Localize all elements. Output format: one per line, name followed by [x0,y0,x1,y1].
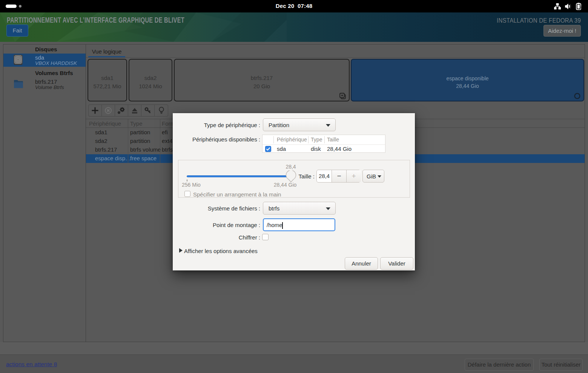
sidebar-item-title: sda [35,54,44,61]
size-unit-dropdown[interactable]: GiB [362,170,384,183]
mountpoint-label: Point de montage : [173,222,260,228]
partition-box-free-space[interactable]: espace disponible 28,44 Gio [351,59,584,101]
minus-icon: − [337,172,341,180]
size-input[interactable]: 28,4 [317,170,332,182]
size-label: Taille : [294,173,315,180]
sidebar-item-title: btrfs.217 [35,78,57,85]
grid-line [128,128,128,163]
gnome-top-bar: Dec 20 07:48 [0,0,588,12]
folder-icon [14,79,23,89]
sidebar-item-btrfs217[interactable]: btrfs.217 Volume Btrfs [3,77,86,91]
device-sda-checkbox[interactable] [265,146,271,152]
eject-icon [131,107,138,114]
av-cell-type: disk [311,146,321,152]
slider-min-label: 256 Mio [182,182,201,188]
window-bottom-strip [0,342,588,355]
size-decrease-button[interactable]: − [332,170,346,182]
plus-icon: + [352,172,356,180]
add-button[interactable] [89,105,102,116]
manual-layout-label: Spécifier un arrangement à la main [193,191,281,198]
partition-box-btrfs217[interactable]: btrfs.217 20 Gio [174,59,350,101]
info-button[interactable] [155,105,168,116]
filesystem-dropdown[interactable]: btrfs [263,202,336,215]
column-separator [160,119,160,128]
device-type-label: Type de périphérique : [173,122,260,128]
check-icon [266,147,270,151]
size-increase-button[interactable]: + [346,170,361,182]
footer-bar: actions en attente 8 Défaire la dernière… [0,355,588,373]
device-sidebar: Disques sda VBOX HARDDISK Volumes Btrfs [3,44,86,342]
slider-min-tick [187,180,187,181]
filesystem-label: Système de fichiers : [173,205,260,212]
delete-button[interactable] [102,105,115,116]
advanced-options-expander[interactable]: Afficher les options avancées [184,248,258,254]
mountpoint-input[interactable]: /home [263,218,335,231]
add-partition-dialog: Type de périphérique : Partition Périphé… [173,113,415,270]
edit-gears-icon [117,106,126,115]
text-caret [282,222,283,229]
free-space-icon [574,93,580,99]
chevron-down-icon [378,175,381,178]
sidebar-item-sda[interactable]: sda VBOX HARDDISK [3,54,86,67]
sidebar-item-subtitle: VBOX HARDDISK [35,60,77,66]
av-cell-device: sda [277,146,286,152]
av-cell-size: 28,44 Gio [327,146,352,152]
key-icon [144,107,152,114]
lightbulb-icon [158,106,165,115]
device-type-dropdown[interactable]: Partition [263,118,336,131]
slider-max-label: 28,44 Gio [270,182,300,188]
slider-value-label: 28,4 [279,164,302,170]
encrypt-checkbox[interactable] [262,234,269,240]
sidebar-item-subtitle: Volume Btrfs [35,84,64,90]
manual-layout-checkbox[interactable] [184,191,190,197]
encrypt-label: Chiffrer : [173,234,260,241]
add-icon [91,107,99,114]
help-button[interactable]: Aidez-moi ! [543,25,581,37]
column-header-device[interactable]: Périphérique [89,120,121,127]
screen: Dec 20 07:48 [0,0,588,373]
av-column-type: Type [311,137,322,143]
expander-triangle-icon[interactable] [179,248,183,253]
partition-box-sda2[interactable]: sda2 1024 Mio [129,59,172,101]
partition-toolbar [88,104,168,117]
av-column-device: Périphérique [277,137,307,143]
delete-icon [104,107,112,114]
battery-charging-icon[interactable] [575,3,582,10]
clock[interactable]: Dec 20 07:48 [0,3,588,9]
reset-all-button[interactable]: Tout réinitialiser [539,359,583,371]
sidebar-section-disks: Disques [3,45,86,54]
pending-actions-link[interactable]: actions en attente 8 [6,361,57,368]
column-header-type[interactable]: Type [130,120,143,127]
tabstrip-border [86,57,585,58]
volume-icon[interactable] [564,3,572,10]
undo-last-action-button[interactable]: Défaire la dernière action [465,359,534,371]
partition-box-sda1[interactable]: sda1 572,21 Mio [88,59,127,101]
snapshots-icon [339,93,346,99]
column-separator [128,119,128,128]
decrypt-button[interactable] [141,105,155,116]
available-devices-table: Périphérique Type Taille sda disk 28,44 … [262,135,385,153]
page-title: PARTITIONNEMENT AVEC L’INTERFACE GRAPHIQ… [7,16,184,25]
edit-button[interactable] [115,105,128,116]
column-separator [324,136,325,143]
available-devices-label: Périphériques disponibles : [173,136,260,143]
chevron-down-icon [326,207,330,210]
network-icon[interactable] [554,3,561,10]
size-spinbutton: 28,4 − + [316,170,361,183]
product-title: INSTALLATION DE FEDORA 39 [497,17,581,24]
sidebar-section-btrfs-volumes: Volumes Btrfs [3,67,86,77]
grid-line [160,128,160,163]
unmount-button[interactable] [128,105,141,116]
tab-logical-view[interactable]: Vue logique [88,48,125,55]
column-separator [308,136,309,143]
done-button[interactable]: Fait [6,25,28,37]
installer-header: PARTITIONNEMENT AVEC L’INTERFACE GRAPHIQ… [0,12,588,42]
ok-button[interactable]: Valider [380,257,413,270]
size-frame: 28,4 256 Mio 28,44 Gio Taille : 28,4 − +… [178,160,410,198]
chevron-down-icon [326,124,330,127]
size-slider[interactable] [187,175,291,177]
av-column-size: Taille [327,137,339,143]
column-separator [273,136,274,143]
cancel-button[interactable]: Annuler [345,257,378,270]
table-header-divider [263,144,385,145]
